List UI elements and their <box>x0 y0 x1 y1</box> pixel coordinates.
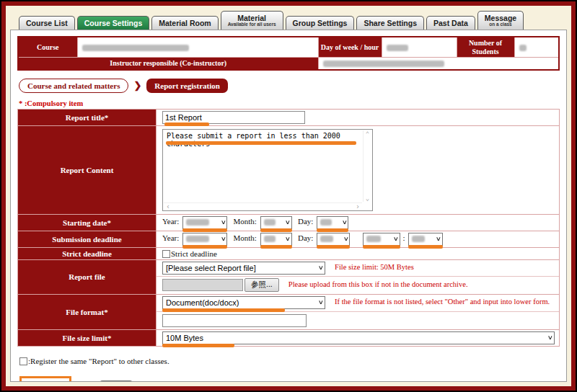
file-upload-field[interactable] <box>162 279 243 291</box>
submission-deadline-cell: Year: ∨ Month: ∨ Day: ∨ ∨ : ∨ <box>157 231 560 247</box>
annotation-highlight-box: Register <box>19 376 71 383</box>
submission-deadline-label: Submission deadline <box>18 231 157 247</box>
redacted-course-name <box>82 45 189 51</box>
file-size-limit-cell: 10M Bytes∨ <box>157 329 560 346</box>
course-label: Course <box>18 37 77 58</box>
chevron-down-icon: ∨ <box>392 236 398 242</box>
tab-share-settings[interactable]: Share Settings <box>356 16 424 30</box>
instructor-label: Instructor responsible (Co-instructor) <box>18 58 318 70</box>
deadline-month-select[interactable]: ∨ <box>260 233 292 246</box>
scroll-down-icon[interactable]: ⌄ <box>366 195 369 202</box>
course-info-row: Course Day of week / hour Number of Stud… <box>18 37 559 58</box>
day-of-week-value <box>382 37 457 58</box>
back-button[interactable]: Back <box>100 381 132 383</box>
starting-date-label: Starting date* <box>18 214 157 231</box>
starting-year-select[interactable]: ∨ <box>182 216 227 229</box>
strict-deadline-checkbox[interactable] <box>162 250 170 258</box>
tab-course-list[interactable]: Course List <box>19 16 75 30</box>
file-format-other-line <box>157 311 559 329</box>
register-other-checkbox[interactable] <box>19 357 27 365</box>
report-file-select-value: [Please select Report file] <box>166 264 256 272</box>
file-format-note: If the file format is not listed, select… <box>335 298 550 306</box>
horizontal-scrollbar[interactable]: ‹ › <box>164 202 362 210</box>
annotation-underline <box>164 122 209 126</box>
strict-deadline-cell: Strict deadline <box>157 247 560 259</box>
report-content-textarea[interactable]: Please submit a report in less than 2000… <box>162 129 373 211</box>
tab-bar: Course List Course Settings Material Roo… <box>10 8 567 30</box>
strict-deadline-label: Strict deadline <box>18 247 157 259</box>
starting-month-select[interactable]: ∨ <box>260 216 292 229</box>
tab-message[interactable]: Messageon a class <box>477 11 524 30</box>
report-content-row: Report Content Please submit a report in… <box>18 125 560 214</box>
year-label: Year: <box>162 217 179 226</box>
redacted-minute <box>412 236 425 242</box>
file-format-select[interactable]: Document(doc/docx)∨ <box>162 296 325 309</box>
chevron-down-icon: ∨ <box>318 264 324 271</box>
course-info-table: Course Day of week / hour Number of Stud… <box>17 36 560 71</box>
tab-label: Group Settings <box>293 19 348 27</box>
register-other-label: :Register the same "Report" to other cla… <box>28 357 169 365</box>
tab-past-data[interactable]: Past Data <box>426 16 475 30</box>
file-size-note: File size limit: 50M Bytes <box>335 263 414 271</box>
instructor-value <box>318 58 559 70</box>
file-format-cell: Document(doc/docx)∨ If the file format i… <box>157 294 560 329</box>
redacted-students-value <box>519 45 527 51</box>
deadline-day-select[interactable]: ∨ <box>317 233 350 246</box>
chevron-down-icon: ∨ <box>285 219 291 226</box>
chevron-down-icon: ∨ <box>343 236 348 242</box>
button-row: Register Back <box>19 376 560 383</box>
redacted-day-value <box>387 45 408 51</box>
year-label: Year: <box>162 233 179 242</box>
compulsory-note: * :Compulsory item <box>19 99 560 107</box>
file-format-other-input[interactable] <box>162 314 307 327</box>
starting-date-cell: Year: ∨ Month: ∨ Day: ∨ <box>157 214 560 231</box>
report-title-input[interactable] <box>162 111 305 124</box>
scroll-up-icon[interactable]: ⌃ <box>366 130 369 138</box>
annotation-underline <box>408 245 443 249</box>
chevron-down-icon: ∨ <box>436 236 441 242</box>
students-value <box>514 37 559 58</box>
strict-deadline-row: Strict deadline Strict deadline <box>18 247 560 259</box>
breadcrumb: Course and related matters ❯ Report regi… <box>19 79 560 93</box>
report-file-label: Report file <box>18 259 157 294</box>
tab-material[interactable]: MaterialAvailable for all users <box>221 11 283 30</box>
vertical-scrollbar[interactable]: ⌃ ⌄ <box>363 130 371 202</box>
file-size-limit-select-value: 10M Bytes <box>166 334 203 342</box>
day-label: Day: <box>298 217 313 226</box>
content-panel: Course Day of week / hour Number of Stud… <box>10 30 567 382</box>
file-size-limit-label: File size limit* <box>18 329 157 346</box>
file-size-limit-select[interactable]: 10M Bytes∨ <box>162 331 555 344</box>
report-file-select-line: [Please select Report file]∨ File size l… <box>157 260 559 276</box>
file-format-label: File format* <box>18 294 157 329</box>
report-file-select[interactable]: [Please select Report file]∨ <box>162 262 325 275</box>
annotation-underline <box>182 228 227 232</box>
redacted-month <box>264 236 276 242</box>
annotation-underline <box>162 308 285 312</box>
starting-day-select[interactable]: ∨ <box>317 216 348 229</box>
annotation-underline <box>317 228 348 232</box>
tab-material-room[interactable]: Material Room <box>151 16 218 30</box>
deadline-year-select[interactable]: ∨ <box>182 233 227 246</box>
instructor-row: Instructor responsible (Co-instructor) <box>18 58 559 70</box>
deadline-hour-select[interactable]: ∨ <box>363 233 400 246</box>
tab-label: Course List <box>26 19 68 27</box>
browse-button[interactable]: 参照... <box>245 278 279 292</box>
breadcrumb-report-registration: Report registration <box>146 79 228 93</box>
page-frame: Course List Course Settings Material Roo… <box>1 1 576 391</box>
scroll-right-icon[interactable]: › <box>356 202 360 210</box>
redacted-day <box>320 219 332 226</box>
day-label: Day: <box>298 233 313 242</box>
tab-sublabel: Available for all users <box>228 22 276 27</box>
report-content-cell: Please submit a report in less than 2000… <box>157 125 560 214</box>
register-other-line: :Register the same "Report" to other cla… <box>19 354 560 367</box>
breadcrumb-course-matters[interactable]: Course and related matters <box>19 79 128 93</box>
tab-course-settings[interactable]: Course Settings <box>77 16 150 30</box>
file-format-select-value: Document(doc/docx) <box>166 298 239 307</box>
scroll-left-icon[interactable]: ‹ <box>166 202 170 210</box>
deadline-minute-select[interactable]: ∨ <box>408 233 443 246</box>
submission-deadline-row: Submission deadline Year: ∨ Month: ∨ Day… <box>18 231 560 247</box>
tab-group-settings[interactable]: Group Settings <box>286 16 355 30</box>
annotation-underline <box>162 344 234 347</box>
report-title-cell <box>157 109 560 125</box>
register-button[interactable]: Register <box>24 382 67 383</box>
